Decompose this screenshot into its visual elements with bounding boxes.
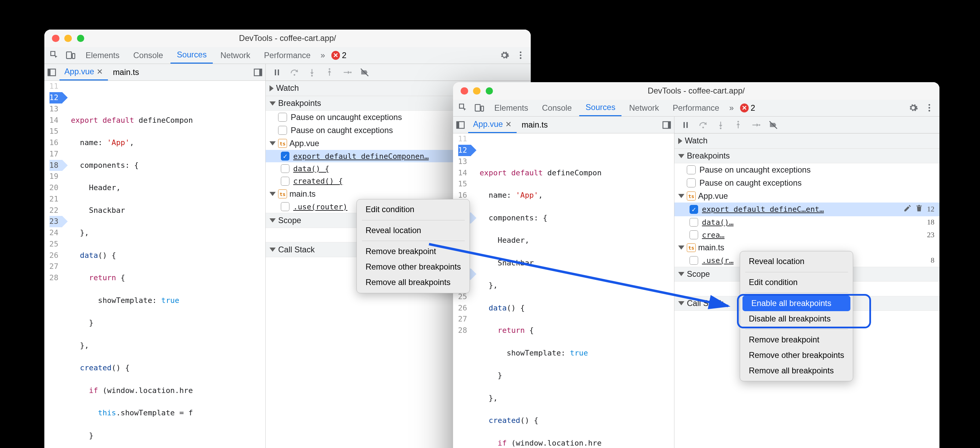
- tab-console[interactable]: Console: [127, 47, 169, 64]
- deactivate-breakpoints-icon[interactable]: [766, 117, 781, 132]
- breakpoint-item-line-18[interactable]: data()…18: [675, 216, 939, 229]
- navigator-toggle-icon[interactable]: [453, 117, 468, 132]
- file-type-icon: ts: [278, 139, 287, 148]
- tab-elements[interactable]: Elements: [488, 100, 535, 116]
- trash-icon[interactable]: [915, 204, 923, 214]
- tab-network[interactable]: Network: [623, 100, 665, 116]
- section-watch[interactable]: Watch: [675, 133, 939, 148]
- navigator-toggle-icon[interactable]: [45, 65, 59, 80]
- error-icon: ✕: [740, 104, 749, 112]
- titlebar: DevTools - coffee-cart.app/: [45, 30, 531, 47]
- breakpoint-group-app-vue[interactable]: tsApp.vue: [675, 190, 939, 202]
- edit-icon[interactable]: [904, 204, 912, 214]
- ctx-enable-all-breakpoints[interactable]: Enable all breakpoints: [743, 296, 850, 311]
- breakpoint-context-menu-before: Edit condition Reveal location Remove br…: [356, 199, 470, 293]
- pause-icon[interactable]: [269, 65, 285, 80]
- code-editor[interactable]: 11 12 13 14 15 16 17 18 19 20 21 22 23 2…: [453, 133, 674, 448]
- code-content[interactable]: export default defineCompon name: 'App',…: [62, 81, 193, 448]
- tab-sources[interactable]: Sources: [170, 47, 213, 64]
- pause-uncaught-checkbox[interactable]: Pause on uncaught exceptions: [675, 163, 939, 176]
- file-tabs-bar: App.vue✕ main.ts: [453, 116, 674, 133]
- close-window-icon[interactable]: [461, 87, 468, 95]
- device-toggle-icon[interactable]: [472, 100, 487, 116]
- code-editor[interactable]: 11 12 13 14 15 16 17 18 19 20 21 22 23 2…: [45, 81, 266, 448]
- window-title: DevTools - coffee-cart.app/: [453, 86, 939, 96]
- breakpoint-item-line-12[interactable]: ✓export default defineC…ent…12: [675, 202, 939, 216]
- file-tab-app-vue[interactable]: App.vue✕: [468, 116, 517, 133]
- more-icon[interactable]: [922, 100, 937, 116]
- ctx-remove-all-breakpoints[interactable]: Remove all breakpoints: [357, 275, 469, 290]
- error-badge[interactable]: ✕2: [329, 51, 349, 60]
- tab-console[interactable]: Console: [536, 100, 578, 116]
- ctx-reveal-location[interactable]: Reveal location: [357, 223, 469, 238]
- traffic-lights[interactable]: [461, 87, 493, 95]
- debugger-toolbar: [266, 64, 531, 81]
- maximize-window-icon[interactable]: [486, 87, 493, 95]
- minimize-window-icon[interactable]: [64, 35, 72, 42]
- more-icon[interactable]: [513, 48, 528, 63]
- ctx-edit-condition[interactable]: Edit condition: [357, 202, 469, 217]
- device-toggle-icon[interactable]: [63, 48, 78, 63]
- maximize-window-icon[interactable]: [77, 35, 84, 42]
- error-icon: ✕: [331, 51, 340, 59]
- tab-network[interactable]: Network: [214, 47, 256, 64]
- main-toolbar: Elements Console Sources Network Perform…: [453, 100, 939, 116]
- file-tab-main-ts[interactable]: main.ts: [108, 64, 144, 80]
- ctx-remove-other-breakpoints[interactable]: Remove other breakpoints: [740, 348, 853, 363]
- step-out-icon[interactable]: [731, 117, 746, 132]
- step-icon[interactable]: [748, 117, 764, 132]
- breakpoint-context-menu-after: Reveal location Edit condition Enable al…: [740, 251, 853, 381]
- titlebar: DevTools - coffee-cart.app/: [453, 82, 939, 100]
- step-over-icon[interactable]: [696, 117, 711, 132]
- line-gutter[interactable]: 11 12 13 14 15 16 17 18 19 20 21 22 23 2…: [45, 81, 62, 448]
- minimize-window-icon[interactable]: [473, 87, 480, 95]
- pause-caught-checkbox[interactable]: Pause on caught exceptions: [675, 176, 939, 190]
- tab-elements[interactable]: Elements: [80, 47, 126, 64]
- step-over-icon[interactable]: [287, 65, 302, 80]
- file-tab-app-vue[interactable]: App.vue✕: [59, 64, 108, 80]
- pause-icon[interactable]: [678, 117, 693, 132]
- checkmark-icon[interactable]: ✓: [690, 205, 698, 214]
- tab-performance[interactable]: Performance: [258, 47, 317, 64]
- close-icon[interactable]: ✕: [97, 67, 103, 77]
- close-icon[interactable]: ✕: [505, 120, 511, 129]
- ctx-reveal-location[interactable]: Reveal location: [740, 254, 853, 269]
- file-tabs-bar: App.vue✕ main.ts: [45, 64, 266, 81]
- tab-sources[interactable]: Sources: [579, 100, 622, 116]
- ctx-disable-all-breakpoints[interactable]: Disable all breakpoints: [740, 311, 853, 327]
- ctx-edit-condition[interactable]: Edit condition: [740, 275, 853, 290]
- tabs-overflow-icon[interactable]: »: [318, 51, 328, 60]
- debugger-toggle-icon[interactable]: [659, 117, 674, 132]
- step-icon[interactable]: [340, 65, 355, 80]
- checkmark-icon[interactable]: ✓: [281, 151, 290, 160]
- main-toolbar: Elements Console Sources Network Perform…: [45, 47, 531, 64]
- ctx-remove-other-breakpoints[interactable]: Remove other breakpoints: [357, 259, 469, 275]
- ctx-remove-breakpoint[interactable]: Remove breakpoint: [740, 332, 853, 348]
- traffic-lights[interactable]: [52, 35, 84, 42]
- error-badge[interactable]: ✕2: [738, 104, 758, 113]
- window-title: DevTools - coffee-cart.app/: [45, 34, 531, 43]
- breakpoint-item-line-23[interactable]: crea…23: [675, 229, 939, 241]
- file-type-icon: ts: [687, 244, 695, 252]
- tabs-overflow-icon[interactable]: »: [727, 104, 736, 113]
- step-into-icon[interactable]: [713, 117, 729, 132]
- ctx-remove-breakpoint[interactable]: Remove breakpoint: [357, 244, 469, 259]
- close-window-icon[interactable]: [52, 35, 59, 42]
- inspect-icon[interactable]: [47, 48, 62, 63]
- settings-icon[interactable]: [906, 100, 921, 116]
- tab-performance[interactable]: Performance: [667, 100, 725, 116]
- ctx-remove-all-breakpoints[interactable]: Remove all breakpoints: [740, 363, 853, 379]
- debugger-toggle-icon[interactable]: [250, 65, 266, 80]
- settings-icon[interactable]: [497, 48, 512, 63]
- debugger-toolbar: [675, 116, 939, 133]
- devtools-window-after: DevTools - coffee-cart.app/ Elements Con…: [453, 82, 939, 448]
- step-into-icon[interactable]: [305, 65, 320, 80]
- file-type-icon: ts: [687, 191, 695, 200]
- file-tab-main-ts[interactable]: main.ts: [517, 116, 553, 133]
- deactivate-breakpoints-icon[interactable]: [357, 65, 372, 80]
- inspect-icon[interactable]: [455, 100, 471, 116]
- file-type-icon: ts: [278, 190, 287, 198]
- code-content[interactable]: export default defineCompon name: 'App',…: [471, 133, 601, 448]
- step-out-icon[interactable]: [322, 65, 337, 80]
- section-breakpoints[interactable]: Breakpoints: [675, 148, 939, 164]
